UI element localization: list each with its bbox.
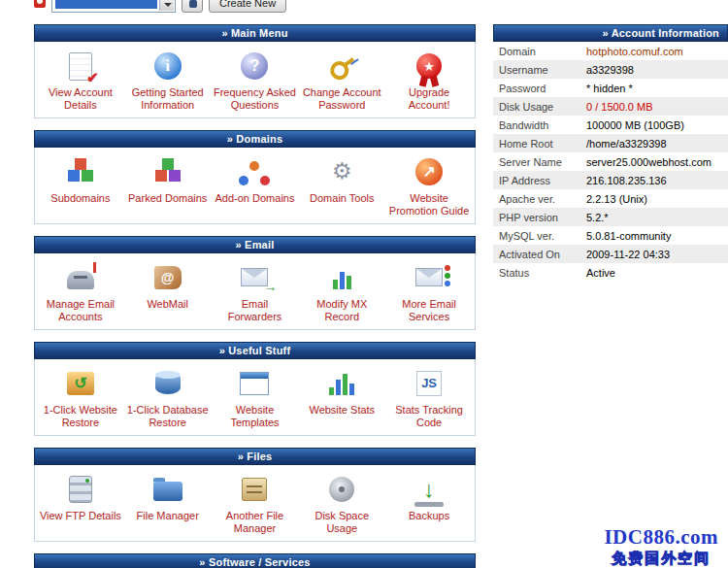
section-body-domains: Subdomains Parked Domains Add-on Domains… bbox=[34, 148, 476, 224]
section-header-software-services: » Software / Services bbox=[34, 553, 476, 568]
section-title: » Software / Services bbox=[199, 556, 310, 568]
section-title: » Domains bbox=[227, 133, 282, 145]
disk-icon bbox=[329, 477, 354, 502]
js-code-icon: JS bbox=[416, 371, 442, 396]
account-row-server-name: Server Name server25.000webhost.com bbox=[493, 152, 728, 171]
section-title: » Main Menu bbox=[221, 27, 287, 39]
item-view-account-details[interactable]: ✔ View Account Details bbox=[37, 47, 124, 112]
info-icon: i bbox=[154, 52, 182, 80]
account-row-bandwidth: Bandwidth 100000 MB (100GB) bbox=[493, 116, 728, 134]
create-new-button[interactable]: Create New bbox=[209, 0, 286, 13]
item-label: Domain Tools bbox=[300, 192, 383, 205]
section-body-files: View FTP Details File Manager Another Fi… bbox=[34, 465, 476, 542]
section-header-useful-stuff: » Useful Stuff bbox=[34, 342, 476, 359]
section-header-files: » Files bbox=[34, 448, 476, 465]
watermark-tagline: 免费国外空间 bbox=[604, 550, 718, 568]
item-domain-tools[interactable]: ⚙ Domain Tools bbox=[298, 152, 385, 217]
account-info-column: » Account Information Domain hotphoto.co… bbox=[493, 24, 728, 568]
account-info-rows: Domain hotphoto.comuf.com Username a3329… bbox=[493, 42, 728, 282]
item-backups[interactable]: ↓ Backups bbox=[385, 470, 473, 535]
chevron-down-icon[interactable] bbox=[159, 0, 174, 11]
section-body-useful-stuff: ↺ 1-Click Website Restore 1-Click Databa… bbox=[34, 359, 476, 436]
item-website-restore[interactable]: ↺ 1-Click Website Restore bbox=[37, 364, 124, 429]
item-label: View Account Details bbox=[39, 86, 122, 112]
webmail-book-icon: @ bbox=[154, 266, 182, 289]
account-row-php-version: PHP version 5.2.* bbox=[493, 208, 728, 226]
item-label: 1-Click Database Restore bbox=[126, 404, 210, 429]
item-addon-domains[interactable]: Add-on Domains bbox=[212, 152, 299, 217]
account-row-home-root: Home Root /home/a3329398 bbox=[493, 134, 728, 152]
quick-launch-select[interactable] bbox=[51, 0, 176, 13]
item-label: Getting Started Information bbox=[126, 86, 210, 112]
item-label: 1-Click Website Restore bbox=[39, 404, 122, 429]
account-info-panel: » Account Information Domain hotphoto.co… bbox=[493, 24, 728, 282]
item-modify-mx[interactable]: Modify MX Record bbox=[298, 258, 385, 323]
item-disk-space-usage[interactable]: Disk Space Usage bbox=[298, 470, 385, 535]
chart-bars-icon bbox=[333, 266, 351, 289]
section-useful-stuff: » Useful Stuff ↺ 1-Click Website Restore… bbox=[34, 342, 476, 436]
document-check-icon: ✔ bbox=[69, 52, 92, 81]
item-label: Another File Manager bbox=[214, 510, 297, 535]
section-body-main-menu: ✔ View Account Details i Getting Started… bbox=[34, 42, 476, 118]
keys-icon bbox=[321, 46, 363, 87]
item-more-email-services[interactable]: More Email Services bbox=[385, 258, 473, 323]
account-row-ip-address: IP Address 216.108.235.136 bbox=[493, 171, 728, 189]
section-files: » Files View FTP Details File Manager An… bbox=[34, 448, 476, 542]
watermark-site-name: IDC886.com bbox=[604, 525, 718, 550]
item-faq[interactable]: ? Frequency Asked Questions bbox=[212, 47, 299, 112]
item-database-restore[interactable]: 1-Click Database Restore bbox=[124, 364, 212, 429]
ftp-server-icon bbox=[69, 476, 92, 503]
account-info-title: » Account Information bbox=[602, 27, 719, 39]
item-upgrade-account[interactable]: ★ Upgrade Account! bbox=[385, 47, 473, 112]
gear-icon: ⚙ bbox=[332, 160, 352, 183]
item-another-file-manager[interactable]: Another File Manager bbox=[212, 470, 299, 535]
cpanel-page: Create New » Main Menu ✔ View Account De… bbox=[0, 0, 728, 568]
cubes-icon bbox=[155, 170, 167, 182]
section-body-email: Manage Email Accounts @ WebMail → Email … bbox=[34, 253, 476, 330]
item-subdomains[interactable]: Subdomains bbox=[37, 152, 124, 217]
item-label: Subdomains bbox=[39, 192, 122, 205]
restore-box-icon: ↺ bbox=[67, 372, 94, 395]
network-nodes-icon bbox=[249, 161, 259, 171]
item-website-promotion[interactable]: ↗ Website Promotion Guide bbox=[385, 152, 473, 217]
item-label: Email Forwarders bbox=[214, 298, 297, 323]
account-row-password: Password * hidden * bbox=[493, 79, 728, 97]
item-label: More Email Services bbox=[387, 298, 471, 323]
item-label: WebMail bbox=[126, 298, 210, 311]
item-label: Parked Domains bbox=[126, 192, 210, 205]
menu-column: » Main Menu ✔ View Account Details i Get… bbox=[34, 24, 476, 568]
promotion-arrow-icon: ↗ bbox=[415, 158, 443, 185]
account-row-activated-on: Activated On 2009-11-22 04:33 bbox=[493, 245, 728, 263]
item-website-stats[interactable]: Website Stats bbox=[298, 364, 385, 429]
item-email-forwarders[interactable]: → Email Forwarders bbox=[212, 258, 299, 323]
section-software-services: » Software / Services bbox=[34, 553, 476, 568]
item-file-manager[interactable]: File Manager bbox=[124, 470, 212, 535]
account-row-domain: Domain hotphoto.comuf.com bbox=[493, 42, 728, 60]
item-label: View FTP Details bbox=[39, 510, 122, 522]
go-button[interactable] bbox=[182, 0, 203, 13]
account-row-mysql-version: MySQL ver. 5.0.81-community bbox=[493, 226, 728, 245]
item-label: Modify MX Record bbox=[300, 298, 383, 323]
account-row-status: Status Active bbox=[493, 263, 728, 282]
item-label: Frequency Asked Questions bbox=[214, 86, 297, 112]
database-icon bbox=[155, 372, 181, 394]
item-website-templates[interactable]: Website Templates bbox=[212, 364, 299, 429]
backup-arrow-icon: ↓ bbox=[414, 476, 444, 503]
item-view-ftp-details[interactable]: View FTP Details bbox=[37, 470, 124, 535]
account-info-header: » Account Information bbox=[493, 24, 728, 42]
envelope-forward-icon: → bbox=[241, 268, 268, 286]
item-parked-domains[interactable]: Parked Domains bbox=[124, 152, 212, 217]
item-change-password[interactable]: Change Account Password bbox=[298, 47, 385, 112]
item-getting-started[interactable]: i Getting Started Information bbox=[124, 47, 212, 112]
section-domains: » Domains Subdomains Parked Domains Add-… bbox=[34, 130, 476, 224]
item-label: Add-on Domains bbox=[214, 192, 297, 205]
item-manage-email[interactable]: Manage Email Accounts bbox=[37, 258, 124, 323]
item-label: Upgrade Account! bbox=[387, 86, 471, 112]
envelope-services-icon bbox=[415, 268, 443, 286]
item-webmail[interactable]: @ WebMail bbox=[124, 258, 212, 323]
item-label: Website Stats bbox=[300, 404, 383, 417]
account-row-username: Username a3329398 bbox=[493, 60, 728, 79]
item-stats-tracking-code[interactable]: JS Stats Tracking Code bbox=[385, 364, 473, 429]
account-row-apache-version: Apache ver. 2.2.13 (Unix) bbox=[493, 189, 728, 208]
selected-option-highlight bbox=[55, 0, 157, 9]
